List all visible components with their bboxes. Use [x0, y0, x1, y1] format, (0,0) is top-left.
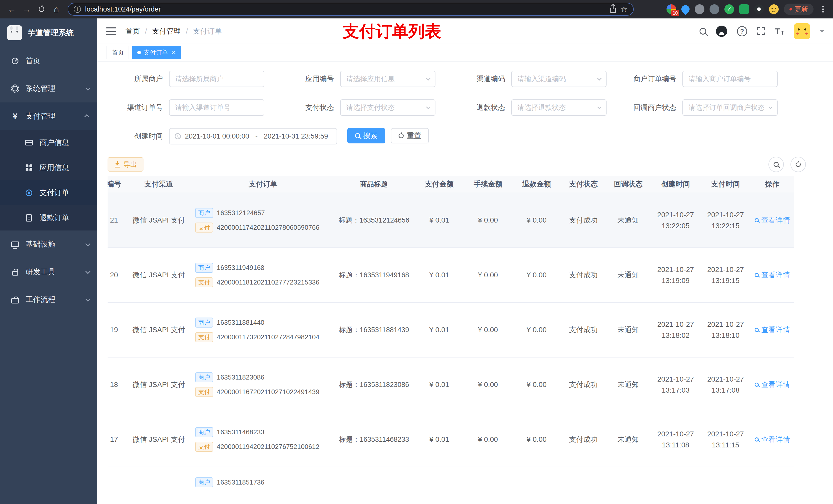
refund-status-select[interactable]: 请选择退款状态: [511, 99, 606, 116]
field-label: 退款状态: [450, 103, 511, 113]
view-detail-link[interactable]: 查看详情: [755, 435, 790, 444]
chrome-update-button[interactable]: 更新: [784, 4, 813, 15]
briefcase-icon: [11, 296, 20, 304]
pay-badge: 支付: [195, 222, 213, 233]
extension-square-icon[interactable]: [739, 4, 749, 14]
url-text[interactable]: localhost:1024/pay/order: [85, 5, 606, 13]
merchant-input-field[interactable]: [175, 75, 258, 83]
refresh-table-button[interactable]: [790, 157, 806, 172]
refresh-icon: [399, 133, 404, 138]
forward-icon[interactable]: →: [21, 3, 33, 15]
pay-status-select[interactable]: 请选择支付状态: [340, 99, 435, 116]
merchant-input[interactable]: [169, 71, 264, 87]
callback-status-select[interactable]: 请选择订单回调商户状态: [682, 99, 778, 116]
cell-notify: 未通知: [606, 380, 651, 389]
field-label: 商户订单编号: [621, 74, 682, 84]
cell-fee: ¥ 0.00: [463, 435, 512, 443]
table-header: 编号 支付渠道 支付订单 商品标题 支付金额 手续金额 退款金额 支付状态 回调…: [108, 176, 794, 193]
reset-button[interactable]: 重置: [391, 128, 429, 143]
sidebar: 芋道管理系统 首页 系统管理 ¥ 支付管理 商户信息 应用信息: [0, 19, 97, 504]
cell-fee: ¥ 0.00: [463, 271, 512, 279]
tab-home[interactable]: 首页: [106, 46, 129, 59]
channel-code-select[interactable]: 请输入渠道编码: [511, 71, 606, 87]
sidebar-item-app-info[interactable]: 应用信息: [0, 155, 97, 180]
bookmark-star-icon[interactable]: ☆: [620, 5, 627, 13]
merchant-badge: 商户: [195, 477, 213, 487]
search-icon: [755, 383, 759, 387]
search-button[interactable]: 搜索: [347, 128, 385, 143]
avatar-caret-icon[interactable]: [820, 30, 824, 33]
view-detail-link[interactable]: 查看详情: [755, 215, 790, 225]
cell-notify: 未通知: [606, 215, 651, 225]
app-select[interactable]: 请选择应用信息: [340, 71, 435, 87]
breadcrumb-home[interactable]: 首页: [125, 26, 140, 36]
cell-order: 商户1635311949168 支付4200001181202110277723…: [190, 263, 333, 287]
export-button[interactable]: 导出: [108, 157, 143, 172]
sidebar-item-infra[interactable]: 基础设施: [0, 231, 97, 258]
user-avatar[interactable]: [794, 23, 810, 39]
table-toolbar: 导出: [108, 157, 823, 172]
lock-icon: [11, 268, 20, 275]
site-info-icon[interactable]: i: [74, 6, 81, 13]
cell-channel: 微信 JSAPI 支付: [128, 435, 190, 444]
sidebar-item-system[interactable]: 系统管理: [0, 75, 97, 102]
merchant-order-no: 1635311468233: [217, 428, 264, 436]
merchant-order-no: 1635311823086: [217, 374, 264, 381]
orders-table: 编号 支付渠道 支付订单 商品标题 支付金额 手续金额 退款金额 支付状态 回调…: [108, 176, 823, 504]
merchant-order-no-field[interactable]: [689, 75, 771, 83]
help-icon[interactable]: ?: [737, 26, 747, 37]
profile-avatar-icon[interactable]: [769, 4, 779, 14]
sidebar-collapse-icon[interactable]: [106, 27, 116, 35]
tab-pay-order[interactable]: 支付订单 ×: [132, 46, 181, 59]
extension-pin-icon[interactable]: [754, 4, 764, 14]
cell-paid: 2021-10-2713:19:15: [700, 264, 751, 286]
url-bar[interactable]: i localhost:1024/pay/order ☆: [68, 3, 634, 16]
search-icon: [774, 162, 779, 167]
sidebar-item-home[interactable]: 首页: [0, 47, 97, 75]
extension-gray2-icon[interactable]: [710, 4, 719, 14]
sidebar-item-devtools[interactable]: 研发工具: [0, 258, 97, 286]
view-detail-link[interactable]: 查看详情: [755, 325, 790, 335]
breadcrumb-current: 支付订单: [193, 26, 222, 36]
browser-menu-icon[interactable]: [822, 8, 824, 10]
merchant-order-no-input[interactable]: [682, 71, 778, 87]
sidebar-item-pay-order[interactable]: 支付订单: [0, 180, 97, 206]
cell-created: 2021-10-2713:19:09: [651, 264, 700, 286]
fullscreen-icon[interactable]: [757, 27, 765, 35]
view-detail-link[interactable]: 查看详情: [755, 380, 790, 389]
date-start: 2021-10-01 00:00:00: [185, 133, 249, 140]
channel-order-no-field[interactable]: [175, 104, 258, 112]
sidebar-item-merchant-info[interactable]: 商户信息: [0, 130, 97, 155]
chevron-down-icon: [85, 86, 90, 91]
sidebar-item-payment[interactable]: ¥ 支付管理: [0, 102, 97, 130]
extension-drop-icon[interactable]: [680, 3, 691, 15]
field-label: 应用编号: [279, 74, 340, 84]
toggle-search-button[interactable]: [768, 157, 784, 172]
extension-gray-icon[interactable]: [695, 4, 705, 14]
search-icon[interactable]: [699, 28, 706, 34]
payment-submenu: 商户信息 应用信息 支付订单 退款订单: [0, 130, 97, 231]
extension-check-icon[interactable]: ✓: [724, 4, 734, 14]
tab-close-icon[interactable]: ×: [172, 49, 176, 56]
channel-order-no-input[interactable]: [169, 99, 264, 116]
extension-pie-icon[interactable]: 10: [667, 4, 676, 14]
share-icon[interactable]: [611, 8, 616, 13]
sidebar-item-refund-order[interactable]: 退款订单: [0, 206, 97, 231]
create-time-range-picker[interactable]: 2021-10-01 00:00:00 - 2021-10-31 23:59:5…: [169, 128, 337, 144]
pay-badge: 支付: [195, 387, 213, 397]
chevron-down-icon: [597, 76, 602, 81]
view-detail-link[interactable]: 查看详情: [755, 270, 790, 280]
back-icon[interactable]: ←: [6, 3, 18, 15]
chevron-down-icon: [426, 105, 431, 110]
field-label: 创建时间: [108, 131, 169, 141]
table-row: 20 微信 JSAPI 支付 商户1635311949168 支付4200001…: [108, 248, 794, 303]
breadcrumb-payment[interactable]: 支付管理: [152, 26, 181, 36]
page-annotation: 支付订单列表: [343, 20, 441, 43]
github-icon[interactable]: [716, 26, 727, 37]
font-size-icon[interactable]: TT: [775, 27, 784, 35]
sidebar-item-workflow[interactable]: 工作流程: [0, 286, 97, 313]
home-icon[interactable]: ⌂: [50, 3, 63, 15]
reload-icon[interactable]: [35, 3, 48, 15]
merchant-order-no: 1635311881440: [217, 318, 264, 327]
app-title: 芋道管理系统: [28, 28, 74, 38]
